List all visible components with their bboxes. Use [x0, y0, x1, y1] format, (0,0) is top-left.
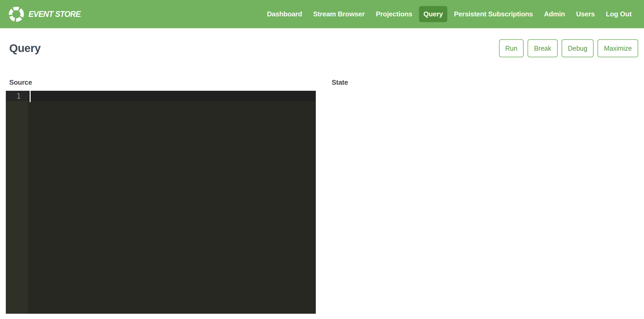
nav-item-admin[interactable]: Admin: [539, 6, 569, 22]
debug-button[interactable]: Debug: [562, 39, 594, 57]
page-header: Query Run Break Debug Maximize: [6, 39, 638, 57]
navbar: EVENT STORE. Dashboard Stream Browser Pr…: [0, 0, 644, 28]
run-button[interactable]: Run: [499, 39, 524, 57]
brand-name: EVENT STORE.: [29, 9, 81, 19]
editor-active-line: [28, 91, 316, 101]
main-content: Query Run Break Debug Maximize Source 1: [0, 39, 644, 314]
maximize-button[interactable]: Maximize: [598, 39, 638, 57]
query-toolbar: Run Break Debug Maximize: [499, 39, 638, 57]
break-button[interactable]: Break: [528, 39, 557, 57]
event-store-logo-icon: [8, 6, 25, 23]
editor-line-number: 1: [6, 91, 28, 101]
state-label: State: [328, 78, 638, 87]
page-title: Query: [9, 42, 41, 55]
source-panel: Source 1: [6, 78, 316, 314]
brand-trademark: .: [81, 13, 81, 18]
nav-item-log-out[interactable]: Log Out: [601, 6, 636, 22]
nav-item-stream-browser[interactable]: Stream Browser: [309, 6, 369, 22]
editor-cursor: [30, 91, 31, 102]
editor-gutter: 1: [6, 91, 28, 314]
state-content: [328, 91, 638, 314]
source-editor[interactable]: 1: [6, 91, 316, 314]
editor-content[interactable]: [28, 91, 316, 314]
panels-container: Source 1 State: [6, 78, 638, 314]
nav-item-persistent-subscriptions[interactable]: Persistent Subscriptions: [449, 6, 537, 22]
nav-item-projections[interactable]: Projections: [371, 6, 417, 22]
main-nav: Dashboard Stream Browser Projections Que…: [262, 6, 636, 22]
nav-item-users[interactable]: Users: [572, 6, 599, 22]
nav-item-query[interactable]: Query: [419, 6, 448, 22]
nav-item-dashboard[interactable]: Dashboard: [262, 6, 307, 22]
brand: EVENT STORE.: [8, 6, 84, 23]
state-panel: State: [328, 78, 638, 314]
source-label: Source: [6, 78, 316, 87]
